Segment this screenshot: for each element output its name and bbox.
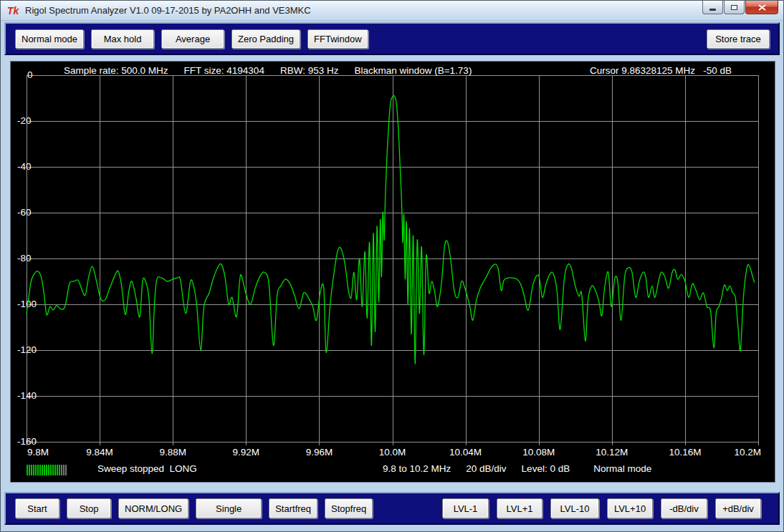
axis-labels: 0-20-40-60-80-100-120-140-1609.8M9.84M9.… xyxy=(17,69,761,458)
meter-bar xyxy=(46,465,47,475)
x-tick-label: 10.12M xyxy=(596,447,628,458)
y-tick-label: -140 xyxy=(17,390,37,401)
span-status: 9.8 to 10.2 MHz20 dB/divLevel: 0 dBNorma… xyxy=(383,463,651,474)
status-segment: Normal mode xyxy=(593,463,651,474)
spectrum-plot[interactable]: 0-20-40-60-80-100-120-140-1609.8M9.84M9.… xyxy=(11,62,775,482)
db-div-button[interactable]: -dB/div xyxy=(661,498,707,518)
level-button-group: LVL-1LVL+1LVL-10LVL+10-dB/div+dB/div xyxy=(442,498,761,518)
fftwindow-button[interactable]: FFTwindow xyxy=(307,29,368,49)
meter-bar xyxy=(29,465,30,475)
maximize-button[interactable] xyxy=(724,1,745,14)
window-controls xyxy=(702,1,778,14)
lvlplus1-button[interactable]: LVL+1 xyxy=(497,498,542,518)
status-segment: 20 dB/div xyxy=(466,463,506,474)
sweep-progress-meter xyxy=(27,465,67,475)
meter-bar xyxy=(37,465,39,475)
tk-app-icon: Tk xyxy=(7,5,20,16)
meter-bar xyxy=(63,465,64,475)
meter-bar xyxy=(39,465,41,475)
bottom-toolbar: StartStopNORM/LONGSingleStartfreqStopfre… xyxy=(4,492,780,525)
meter-bar xyxy=(52,465,54,475)
y-tick-label: -20 xyxy=(17,115,32,126)
status-segment: Blackman window (B=1.73) xyxy=(354,65,472,76)
close-button[interactable] xyxy=(745,1,778,14)
minimize-icon xyxy=(709,9,716,11)
x-tick-label: 10.04M xyxy=(449,447,482,458)
meter-bar xyxy=(42,465,43,475)
svg-text:Tk: Tk xyxy=(7,5,20,16)
x-tick-label: 9.92M xyxy=(233,447,260,458)
zero-padding-button[interactable]: Zero Padding xyxy=(231,29,300,49)
stop-button[interactable]: Stop xyxy=(67,498,111,518)
sweep-status: Sweep stopped LONG xyxy=(97,463,197,474)
x-tick-label: 9.88M xyxy=(159,447,186,458)
cursor-readout: Cursor 9.86328125 MHz -50 dB xyxy=(590,65,732,76)
status-segment: 9.8 to 10.2 MHz xyxy=(383,463,451,474)
spectrum-display[interactable]: 0-20-40-60-80-100-120-140-1609.8M9.84M9.… xyxy=(10,61,775,483)
x-tick-label: 10.2M xyxy=(734,447,761,458)
store-trace-button[interactable]: Store trace xyxy=(707,29,770,49)
max-hold-button[interactable]: Max hold xyxy=(91,29,154,49)
stopfreq-button[interactable]: Stopfreq xyxy=(325,498,373,518)
y-tick-label: 0 xyxy=(27,69,33,80)
average-button[interactable]: Average xyxy=(161,29,224,49)
start-button[interactable]: Start xyxy=(15,498,59,518)
lvl-1-button[interactable]: LVL-1 xyxy=(442,498,489,518)
lvlplus10-button[interactable]: LVL+10 xyxy=(607,498,653,518)
startfreq-button[interactable]: Startfreq xyxy=(269,498,317,518)
meter-bar xyxy=(33,465,34,475)
plusdb-div-button[interactable]: +dB/div xyxy=(715,498,761,518)
status-segment: FFT size: 4194304 xyxy=(184,65,264,76)
x-tick-label: 10.0M xyxy=(379,447,406,458)
meter-bar xyxy=(35,465,37,475)
close-icon xyxy=(758,4,766,11)
meter-bar xyxy=(50,465,52,475)
meter-bar xyxy=(44,465,45,475)
meter-bar xyxy=(48,465,49,475)
top-toolbar: Normal modeMax holdAverageZero PaddingFF… xyxy=(4,22,780,55)
top-button-group: Normal modeMax holdAverageZero PaddingFF… xyxy=(15,29,368,49)
maximize-icon xyxy=(731,5,737,10)
lvl-10-button[interactable]: LVL-10 xyxy=(550,498,599,518)
x-tick-label: 9.96M xyxy=(306,447,333,458)
status-segment: Level: 0 dB xyxy=(522,463,570,474)
y-tick-label: -160 xyxy=(17,436,37,447)
meter-bar xyxy=(57,465,58,475)
app-window: Tk Rigol Spectrum Analyzer V1.0 09-17-20… xyxy=(0,0,784,532)
x-tick-label: 10.08M xyxy=(522,447,555,458)
meter-bar xyxy=(59,465,60,475)
y-tick-label: -120 xyxy=(17,344,37,355)
x-tick-label: 9.84M xyxy=(86,447,113,458)
sweep-button-group: StartStopNORM/LONGSingleStartfreqStopfre… xyxy=(15,498,373,518)
window-title: Rigol Spectrum Analyzer V1.0 09-17-2015 … xyxy=(25,5,311,16)
meter-bar xyxy=(54,465,56,475)
acquisition-status: Sample rate: 500.0 MHzFFT size: 4194304R… xyxy=(64,65,472,76)
x-tick-label: 10.16M xyxy=(669,447,701,458)
meter-bar xyxy=(27,465,28,475)
status-segment: Sample rate: 500.0 MHz xyxy=(64,65,168,76)
single-button[interactable]: Single xyxy=(196,498,262,518)
grid xyxy=(27,75,758,445)
y-tick-label: -80 xyxy=(17,253,32,263)
minimize-button[interactable] xyxy=(702,1,723,14)
status-segment: RBW: 953 Hz xyxy=(280,65,339,76)
x-tick-label: 9.8M xyxy=(27,447,49,458)
meter-bar xyxy=(65,465,67,475)
normal-mode-button[interactable]: Normal mode xyxy=(15,29,84,49)
norm-long-button[interactable]: NORM/LONG xyxy=(118,498,188,518)
y-tick-label: -60 xyxy=(17,207,32,218)
y-tick-label: -40 xyxy=(17,161,32,172)
meter-bar xyxy=(31,465,32,475)
meter-bar xyxy=(61,465,62,475)
spectrum-trace xyxy=(27,95,755,364)
titlebar[interactable]: Tk Rigol Spectrum Analyzer V1.0 09-17-20… xyxy=(1,1,783,21)
